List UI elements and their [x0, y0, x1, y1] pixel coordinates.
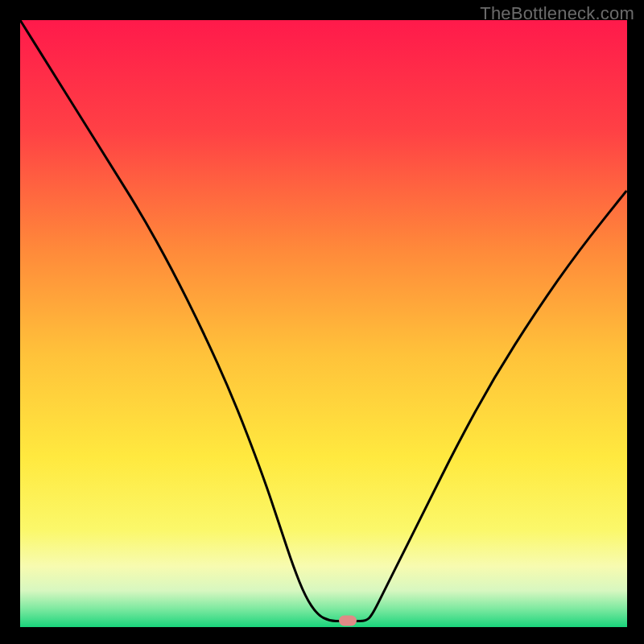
plot-area	[20, 20, 627, 627]
optimum-marker	[339, 616, 357, 626]
gradient-background	[20, 20, 627, 627]
chart-svg	[20, 20, 627, 627]
chart-frame: TheBottleneck.com	[0, 0, 644, 644]
watermark-text: TheBottleneck.com	[480, 3, 634, 24]
